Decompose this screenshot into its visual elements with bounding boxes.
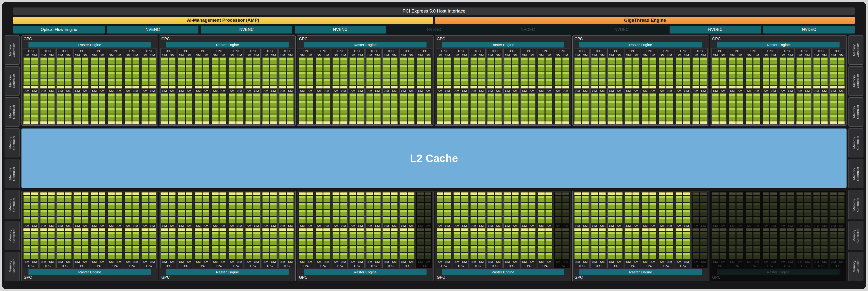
- sm-column: SMSM: [228, 53, 236, 124]
- sm-label: SM: [74, 89, 81, 93]
- sm-processing-block: [99, 78, 105, 85]
- sm-processing-block: [582, 114, 589, 121]
- sm-cache-block: [142, 228, 149, 231]
- sm-processing-block: [753, 239, 760, 245]
- sm-label: SM: [91, 224, 98, 228]
- sm-processing-block: [804, 114, 811, 121]
- sm-processing-block: [625, 71, 632, 78]
- sm-pair: SMSMSMSM: [813, 53, 828, 124]
- sm-cache-block: [625, 192, 632, 195]
- sm-column: SMSM: [287, 192, 294, 263]
- sm-cache-block: [763, 192, 770, 195]
- tpc-label: TPC: [333, 49, 347, 53]
- sm-processing-block: [512, 114, 519, 121]
- sm-processing-block: [461, 78, 468, 85]
- sm-label: SM: [538, 53, 545, 57]
- tpc-block: SMSMSMSMTPC: [503, 192, 519, 268]
- sm-label: SM: [763, 224, 770, 228]
- sm-processing-block: [546, 246, 552, 252]
- sm-pair: SMSMSMSM: [91, 192, 105, 263]
- sm-cache-block: [478, 121, 485, 124]
- sm-processing-block: [632, 210, 640, 216]
- sm-pair: SMSMSMSM: [608, 192, 623, 263]
- sm-label: SM: [316, 89, 322, 93]
- sm-processing-block: [400, 253, 407, 259]
- sm-processing-block: [212, 78, 219, 85]
- sm-cache-block: [236, 192, 243, 195]
- tpc-block: SMSMSMSMTPC: [624, 192, 640, 268]
- sm-cache-block: [796, 192, 803, 195]
- sm-processing-block: [316, 246, 322, 252]
- sm-cache-block: [692, 192, 700, 195]
- sm-label: SM: [116, 53, 123, 57]
- sm-processing-block: [736, 100, 743, 107]
- sm-processing-block: [712, 114, 719, 121]
- sm-cache-block: [591, 228, 598, 231]
- sm-processing-block: [666, 232, 673, 238]
- sm-label: SM: [366, 260, 373, 263]
- sm-processing-block: [478, 107, 485, 114]
- sm-processing-block: [683, 64, 690, 71]
- sm-pair: SMSMSMSM: [454, 53, 468, 124]
- sm-processing-block: [425, 64, 432, 71]
- sm-cache-block: [125, 192, 132, 195]
- sm-processing-block: [763, 239, 770, 245]
- gpc-l2-area: GPCRaster EngineTPCSMSMSMSMTPCSMSMSMSMTP…: [22, 35, 846, 281]
- sm-cache-block: [357, 121, 364, 124]
- sm-processing-block: [316, 114, 322, 121]
- sm-processing-block: [478, 64, 485, 71]
- sm-label: SM: [700, 53, 707, 57]
- sm-processing-block: [625, 253, 632, 259]
- sm-column: SMSM: [142, 192, 149, 263]
- gpc-label: GPC: [574, 275, 708, 280]
- sm-cache-block: [599, 192, 606, 195]
- tpc-block: TPCSMSMSMSM: [298, 48, 314, 125]
- tpc-block: TPCSMSMSMSM: [124, 48, 140, 125]
- sm-pair: SMSMSMSM: [608, 53, 623, 124]
- sm-processing-block: [555, 93, 562, 100]
- sm-pair: SMSMSMSM: [591, 53, 606, 124]
- memory-controller-label: Memory Controller: [8, 99, 16, 125]
- sm-label: SM: [599, 224, 606, 228]
- sm-processing-block: [374, 100, 381, 107]
- sm-processing-block: [142, 239, 149, 245]
- sm-processing-block: [830, 71, 837, 78]
- sm-processing-block: [349, 203, 356, 209]
- sm-processing-block: [391, 57, 398, 64]
- sm-processing-block: [203, 107, 210, 114]
- sm-processing-block: [391, 93, 398, 100]
- sm-cache-block: [512, 228, 519, 231]
- sm-cache-block: [408, 228, 415, 231]
- sm-processing-block: [125, 232, 132, 238]
- sm-processing-block: [562, 217, 569, 223]
- gpc-block: SMSMSMSMTPCSMSMSMSMTPCSMSMSMSMTPCSMSMSMS…: [159, 191, 296, 281]
- memory-controller-block: Memory Controller: [5, 221, 20, 250]
- sm-label: SM: [562, 89, 569, 93]
- sm-processing-block: [219, 239, 226, 245]
- sm-processing-block: [779, 239, 786, 245]
- gpc-label: GPC: [711, 275, 845, 280]
- sm-processing-block: [212, 253, 219, 259]
- sm-processing-block: [512, 93, 519, 100]
- sm-column: SMSM: [195, 192, 202, 263]
- sm-processing-block: [65, 210, 72, 216]
- tpc-label: TPC: [729, 49, 743, 53]
- sm-processing-block: [195, 232, 202, 238]
- sm-processing-block: [804, 107, 811, 114]
- sm-label: SM: [666, 89, 673, 93]
- sm-processing-block: [125, 93, 132, 100]
- sm-column: SMSM: [787, 53, 794, 124]
- sm-cache-block: [753, 86, 760, 89]
- sm-processing-block: [195, 100, 202, 107]
- sm-pair: SMSMSMSM: [779, 53, 794, 124]
- sm-processing-block: [74, 57, 81, 64]
- sm-column: SMSM: [546, 53, 552, 124]
- sm-column: SMSM: [538, 53, 545, 124]
- sm-processing-block: [504, 217, 511, 223]
- sm-processing-block: [574, 203, 581, 209]
- sm-label: SM: [437, 224, 444, 228]
- sm-processing-block: [512, 203, 519, 209]
- tpc-block: TPCSMSMSMSM: [796, 48, 812, 125]
- sm-processing-block: [142, 78, 149, 85]
- sm-label: SM: [349, 260, 356, 263]
